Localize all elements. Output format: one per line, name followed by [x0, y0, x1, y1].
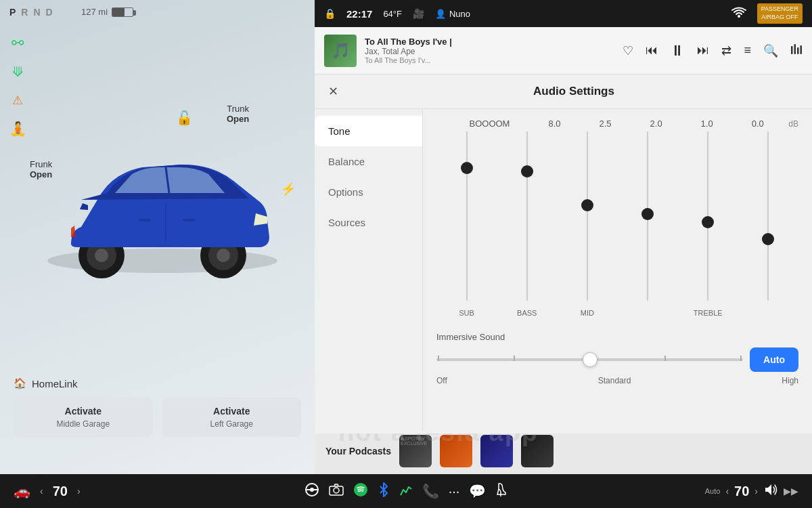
podcast-thumb-4[interactable]	[521, 435, 554, 467]
bottom-chart-icon[interactable]	[399, 483, 413, 500]
eq-slider-6[interactable]	[738, 131, 798, 301]
nav-sources[interactable]: Sources	[315, 207, 422, 238]
eq-db-unit: dB	[788, 119, 798, 129]
bottom-temp-left: 70	[53, 484, 68, 499]
middle-garage-button[interactable]: Activate Middle Garage	[14, 398, 153, 437]
auto-button[interactable]: Auto	[750, 347, 798, 372]
eq-band-label-mid: MID	[581, 309, 594, 317]
player-controls: ♡ ⏮ ⏸ ⏭ ⇄ ≡ 🔍	[623, 42, 803, 60]
like-button[interactable]: ♡	[623, 43, 633, 58]
immersive-sound-section: Immersive Sound Auto	[436, 332, 798, 385]
trunk-status: Open	[227, 114, 249, 124]
left-garage-button[interactable]: Activate Left Garage	[162, 398, 302, 437]
bottom-spotify-icon[interactable]	[353, 482, 368, 501]
status-lock-icon: 🔒	[324, 8, 336, 19]
left-garage-sub: Left Garage	[171, 419, 294, 429]
play-pause-button[interactable]: ⏸	[670, 42, 685, 60]
nav-tone[interactable]: Tone	[315, 116, 422, 146]
eq-label-boooom: BOOOOM	[469, 119, 510, 129]
svg-rect-12	[791, 46, 793, 54]
bottom-camera-icon[interactable]	[329, 484, 344, 499]
status-user: 👤 Nuno	[435, 9, 470, 19]
status-user-icon: 👤	[435, 9, 446, 19]
podcast-thumb-1[interactable]: A SPOTIFYEXCLUSIVE	[399, 435, 432, 467]
bottom-steering-icon[interactable]	[304, 482, 319, 501]
eq-thumb-bass[interactable]	[521, 165, 533, 177]
immersive-thumb[interactable]	[583, 352, 597, 367]
svg-point-3	[95, 249, 108, 262]
prnd-display: P R N D	[9, 7, 54, 18]
prnd-d: D	[46, 7, 54, 18]
volume-level-icon[interactable]: ▶▶	[784, 486, 798, 496]
left-garage-label: Activate	[171, 406, 294, 417]
next-button[interactable]: ⏭	[697, 43, 709, 58]
podcasts-bar: Your Podcasts A SPOTIFYEXCLUSIVE	[315, 427, 812, 474]
trunk-label[interactable]: Trunk Open	[227, 104, 249, 124]
bottom-right-left-chevron[interactable]: ‹	[725, 486, 729, 496]
bottom-seat-icon[interactable]	[495, 482, 508, 501]
eq-val-3: 2.0	[650, 119, 662, 129]
icon-forward[interactable]: ⟱	[8, 62, 27, 81]
middle-garage-label: Activate	[22, 406, 145, 417]
track-artist: Jax, Total Ape	[365, 47, 614, 56]
bottom-left-chevron[interactable]: ‹	[40, 486, 43, 496]
nav-options[interactable]: Options	[315, 177, 422, 207]
podcast-thumb-3[interactable]	[480, 435, 513, 467]
audio-body: Tone Balance Options Sources BOOOOM 8.0 …	[315, 109, 812, 431]
battery-bar	[112, 7, 133, 17]
bottom-bubble-icon[interactable]: 💬	[469, 483, 486, 499]
svg-point-17	[310, 488, 314, 492]
bottom-phone-icon[interactable]: 📞	[422, 483, 439, 499]
queue-button[interactable]: ≡	[744, 43, 751, 58]
bottom-dots-icon[interactable]: ···	[449, 484, 460, 499]
car-image	[34, 125, 291, 288]
garage-buttons: Activate Middle Garage Activate Left Gar…	[14, 398, 301, 437]
icon-warning[interactable]: ⚠	[8, 91, 27, 110]
immersive-track[interactable]	[436, 358, 743, 361]
music-bar: 🎵 To All The Boys I've | Jax, Total Ape …	[315, 27, 812, 75]
eq-band-label-treble: TREBLE	[694, 309, 723, 317]
bottom-bluetooth-icon[interactable]	[378, 482, 390, 501]
eq-thumb-6[interactable]	[762, 233, 774, 245]
bottom-bar: 🚗 ‹ 70 ›	[0, 474, 812, 508]
eq-thumb-4[interactable]	[641, 208, 654, 220]
album-art: 🎵	[324, 35, 357, 67]
eq-slider-treble[interactable]: TREBLE	[678, 131, 738, 301]
eq-band-label-sub: SUB	[459, 309, 474, 317]
search-button[interactable]: 🔍	[763, 43, 778, 58]
prnd-p: P	[9, 7, 17, 18]
track-title: To All The Boys I've |	[365, 37, 614, 47]
bottom-center-section: 📞 ··· 💬	[210, 482, 602, 501]
eq-slider-bass[interactable]: BASS	[497, 131, 557, 301]
trunk-title: Trunk	[227, 104, 249, 114]
homelink-title: 🏠 HomeLink	[14, 377, 301, 389]
eq-thumb-treble[interactable]	[702, 216, 714, 228]
immersive-sublabels: Off Standard High	[436, 376, 798, 385]
status-camera-icon[interactable]: 🎥	[413, 8, 424, 19]
lock-icon[interactable]: 🔓	[176, 110, 193, 126]
eq-thumb-mid[interactable]	[581, 199, 593, 211]
eq-slider-4[interactable]	[618, 131, 678, 301]
eq-slider-sub[interactable]: SUB	[436, 131, 497, 301]
icon-person[interactable]: 🧘	[8, 119, 27, 138]
homelink-label: HomeLink	[32, 378, 78, 389]
bottom-right-chevron[interactable]: ›	[77, 486, 81, 496]
close-button[interactable]: ✕	[328, 84, 338, 99]
eq-slider-mid[interactable]: MID	[557, 131, 617, 301]
eq-thumb-sub[interactable]	[461, 162, 473, 174]
svg-rect-13	[794, 44, 796, 54]
track-info: To All The Boys I've | Jax, Total Ape To…	[365, 37, 614, 64]
album-art-image: 🎵	[324, 35, 357, 67]
bottom-car-icon[interactable]: 🚗	[14, 483, 30, 499]
equalizer-button[interactable]	[790, 43, 803, 58]
bottom-volume-icon[interactable]	[763, 484, 778, 499]
track-album: To All The Boys I'v...	[365, 56, 614, 64]
eq-val-2: 2.5	[599, 119, 611, 129]
prev-button[interactable]: ⏮	[646, 43, 658, 58]
nav-balance[interactable]: Balance	[315, 146, 422, 177]
podcast-thumb-2[interactable]	[440, 435, 472, 467]
shuffle-button[interactable]: ⇄	[721, 43, 731, 58]
icon-lanes[interactable]: ⚯	[8, 34, 27, 53]
bottom-temp-right: 70	[734, 484, 749, 499]
bottom-right-right-chevron[interactable]: ›	[754, 486, 758, 496]
